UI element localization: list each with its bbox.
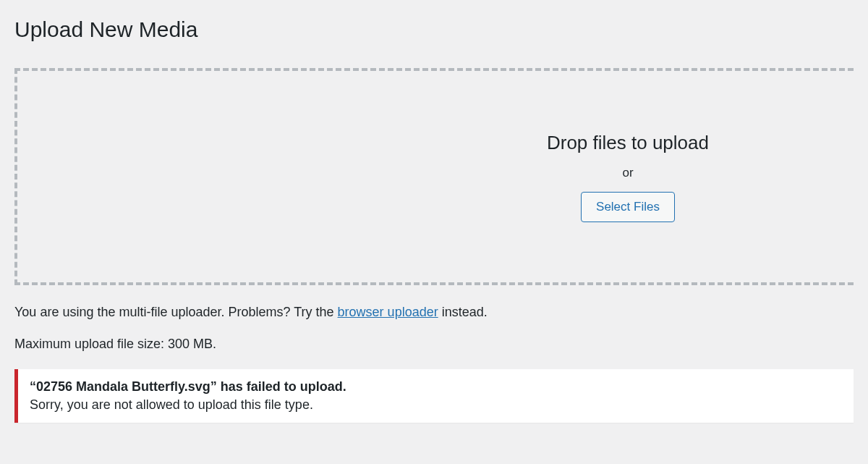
or-text: or <box>547 166 709 180</box>
media-upload-wrap: Upload New Media Drop files to upload or… <box>0 0 868 423</box>
browser-uploader-link[interactable]: browser uploader <box>338 305 438 319</box>
uploader-note: You are using the multi-file uploader. P… <box>14 303 854 322</box>
dropzone[interactable]: Drop files to upload or Select Files <box>14 68 854 285</box>
max-upload-size: Maximum upload file size: 300 MB. <box>14 337 854 352</box>
dropzone-inner: Drop files to upload or Select Files <box>547 132 709 222</box>
uploader-note-prefix: You are using the multi-file uploader. P… <box>14 305 338 319</box>
error-message: Sorry, you are not allowed to upload thi… <box>30 397 842 413</box>
drop-instructions: Drop files to upload <box>547 132 709 154</box>
error-list: “02756 Mandala Butterfly.svg” has failed… <box>14 369 854 423</box>
uploader-note-suffix: instead. <box>438 305 488 319</box>
select-files-button[interactable]: Select Files <box>581 192 675 222</box>
error-item: “02756 Mandala Butterfly.svg” has failed… <box>14 369 854 423</box>
error-title: “02756 Mandala Butterfly.svg” has failed… <box>30 379 842 395</box>
page-title: Upload New Media <box>14 14 854 42</box>
